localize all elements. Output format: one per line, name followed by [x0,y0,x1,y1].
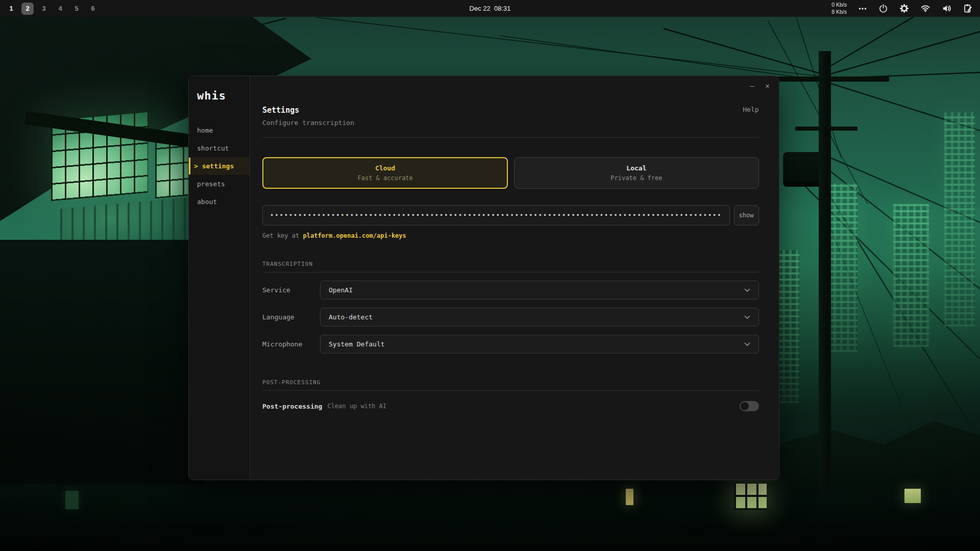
api-key-hint: Get key at platform.openai.com/api-keys [262,232,759,239]
chevron-down-icon [744,288,750,292]
settings-panel: – ✕ Settings Configure transcription Hel… [250,76,779,480]
gear-icon[interactable] [899,4,909,13]
post-processing-label: Post-processing [262,403,322,410]
volume-icon[interactable] [942,4,952,13]
app-window: whis home shortcut > settings presets ab… [188,76,779,480]
divider [262,137,759,138]
chevron-down-icon [744,315,750,319]
workspace-3[interactable]: 3 [38,3,50,15]
sidebar-item-about[interactable]: about [189,193,250,211]
sidebar-item-home[interactable]: home [189,121,250,139]
net-up: 0 Kb/s [831,2,847,9]
minimize-button[interactable]: – [747,80,758,91]
page-title: Settings [262,106,354,115]
power-icon[interactable] [878,4,888,13]
workspace-2[interactable]: 2 [21,3,34,15]
hint-text: Get key at [262,232,303,239]
post-processing-description: Clean up with AI [327,403,739,410]
workspace-1[interactable]: 1 [5,3,17,15]
local-mode-card[interactable]: Local Private & free [514,157,758,189]
chevron-down-icon [744,342,750,346]
post-processing-row: Post-processing Clean up with AI [262,401,759,411]
service-field: Service OpenAI [262,281,759,299]
divider [262,390,759,391]
sidebar-item-presets[interactable]: presets [189,175,250,193]
sidebar-item-settings[interactable]: > settings [189,157,250,175]
page-subtitle: Configure transcription [262,119,354,127]
language-select[interactable]: Auto-detect [320,308,759,327]
sidebar-nav: home shortcut > settings presets about [189,121,250,211]
network-speed: 0 Kb/s 8 Kb/s [831,2,847,15]
language-value: Auto-detect [329,313,744,321]
settings-header: Settings Configure transcription Help [262,106,759,127]
microphone-value: System Default [329,340,744,348]
transcription-section-label: TRANSCRIPTION [262,261,759,267]
workspace-6[interactable]: 6 [87,3,99,15]
net-down: 8 Kb/s [831,9,847,16]
wifi-icon[interactable] [920,4,930,13]
system-tray: 0 Kb/s 8 Kb/s [831,2,980,15]
local-mode-subtitle: Private & free [610,174,662,182]
show-key-button[interactable]: show [734,205,759,226]
post-processing-section-label: POST-PROCESSING [262,379,759,386]
local-mode-title: Local [626,164,646,172]
toggle-knob [741,402,749,410]
workspace-switcher: 1 2 3 4 5 6 [0,3,99,15]
close-button[interactable]: ✕ [762,80,773,91]
cloud-mode-subtitle: Fast & accurate [357,174,412,182]
microphone-label: Microphone [262,340,320,348]
top-bar: 1 2 3 4 5 6 Dec 22 08:31 0 Kb/s 8 Kb/s [0,0,980,17]
service-select[interactable]: OpenAI [320,281,759,299]
language-label: Language [262,313,320,321]
cloud-mode-card[interactable]: Cloud Fast & accurate [262,157,508,189]
divider [262,272,759,272]
api-key-input[interactable]: ••••••••••••••••••••••••••••••••••••••••… [262,205,730,226]
api-key-link[interactable]: platform.openai.com/api-keys [303,232,406,239]
sidebar-item-shortcut[interactable]: shortcut [189,139,250,157]
app-logo: whis [189,76,250,102]
post-processing-toggle[interactable] [740,401,759,411]
workspace-5[interactable]: 5 [70,3,83,15]
mode-selector: Cloud Fast & accurate Local Private & fr… [262,157,759,189]
help-link[interactable]: Help [743,106,758,113]
microphone-select[interactable]: System Default [320,335,759,354]
api-key-masked-value: ••••••••••••••••••••••••••••••••••••••••… [270,212,722,219]
api-key-row: ••••••••••••••••••••••••••••••••••••••••… [262,205,759,226]
workspace-4[interactable]: 4 [54,3,66,15]
language-field: Language Auto-detect [262,308,759,327]
more-icon[interactable] [858,4,867,13]
clipboard-edit-icon[interactable] [963,4,973,13]
service-value: OpenAI [329,286,744,294]
service-label: Service [262,286,320,294]
sidebar: whis home shortcut > settings presets ab… [189,76,250,480]
cloud-mode-title: Cloud [375,164,395,172]
microphone-field: Microphone System Default [262,335,759,354]
